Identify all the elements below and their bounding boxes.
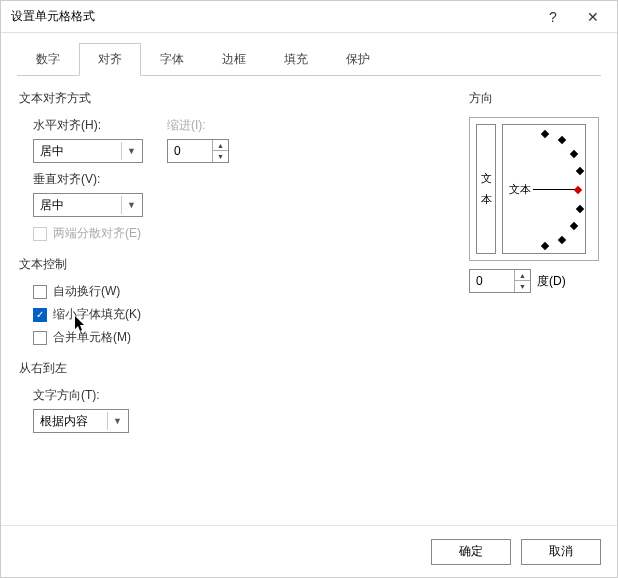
- ok-button[interactable]: 确定: [431, 539, 511, 565]
- indent-down-button[interactable]: ▼: [213, 151, 228, 162]
- shrink-to-fit-row[interactable]: ✓ 缩小字体填充(K): [33, 306, 449, 323]
- horizontal-align-value: 居中: [40, 143, 127, 160]
- tab-strip: 数字 对齐 字体 边框 填充 保护: [1, 33, 617, 76]
- text-control-group: 文本控制 自动换行(W) ✓ 缩小字体填充(K) 合并单元格(M): [19, 256, 449, 346]
- justify-distributed-row: 两端分散对齐(E): [33, 225, 449, 242]
- chevron-down-icon: ▼: [127, 200, 136, 210]
- dialog-title: 设置单元格格式: [11, 8, 533, 25]
- degrees-label: 度(D): [537, 273, 566, 290]
- tab-alignment[interactable]: 对齐: [79, 43, 141, 76]
- text-direction-label: 文字方向(T):: [33, 387, 449, 404]
- merge-cells-checkbox[interactable]: [33, 331, 47, 345]
- orientation-dial-label: 文本: [509, 182, 531, 197]
- tab-border[interactable]: 边框: [203, 43, 265, 76]
- orientation-vertical-button[interactable]: 文 本: [476, 124, 496, 254]
- orientation-angle-marker: [574, 186, 582, 194]
- vertical-align-value: 居中: [40, 197, 127, 214]
- content-area: 文本对齐方式 水平对齐(H): 居中 ▼ 垂直对齐(V):: [1, 76, 617, 525]
- shrink-to-fit-checkbox[interactable]: ✓: [33, 308, 47, 322]
- merge-cells-label: 合并单元格(M): [53, 329, 131, 346]
- text-direction-value: 根据内容: [40, 413, 113, 430]
- horizontal-align-combo[interactable]: 居中 ▼: [33, 139, 143, 163]
- vertical-align-combo[interactable]: 居中 ▼: [33, 193, 143, 217]
- chevron-down-icon: ▼: [113, 416, 122, 426]
- degrees-value: 0: [470, 274, 514, 288]
- close-button[interactable]: ✕: [573, 3, 613, 31]
- orientation-dial[interactable]: 文本: [502, 124, 586, 254]
- orientation-title: 方向: [469, 90, 599, 107]
- tab-fill[interactable]: 填充: [265, 43, 327, 76]
- vertical-align-label: 垂直对齐(V):: [33, 171, 143, 188]
- chevron-down-icon: ▼: [127, 146, 136, 156]
- merge-cells-row[interactable]: 合并单元格(M): [33, 329, 449, 346]
- horizontal-align-label: 水平对齐(H):: [33, 117, 143, 134]
- text-control-title: 文本控制: [19, 256, 449, 273]
- indent-spinner[interactable]: 0 ▲ ▼: [167, 139, 229, 163]
- tab-number[interactable]: 数字: [17, 43, 79, 76]
- wrap-text-label: 自动换行(W): [53, 283, 120, 300]
- indent-value: 0: [168, 144, 212, 158]
- degrees-down-button[interactable]: ▼: [515, 281, 530, 292]
- text-direction-combo[interactable]: 根据内容 ▼: [33, 409, 129, 433]
- titlebar: 设置单元格格式 ? ✕: [1, 1, 617, 33]
- format-cells-dialog: 设置单元格格式 ? ✕ 数字 对齐 字体 边框 填充 保护 文本对齐方式 水平对…: [0, 0, 618, 578]
- cancel-button[interactable]: 取消: [521, 539, 601, 565]
- orientation-box: 文 本 文本: [469, 117, 599, 261]
- wrap-text-row[interactable]: 自动换行(W): [33, 283, 449, 300]
- shrink-to-fit-label: 缩小字体填充(K): [53, 306, 141, 323]
- text-alignment-group: 文本对齐方式 水平对齐(H): 居中 ▼ 垂直对齐(V):: [19, 90, 449, 242]
- text-alignment-title: 文本对齐方式: [19, 90, 449, 107]
- justify-distributed-checkbox: [33, 227, 47, 241]
- dialog-footer: 确定 取消: [1, 525, 617, 577]
- indent-up-button[interactable]: ▲: [213, 140, 228, 151]
- indent-label: 缩进(I):: [167, 117, 229, 134]
- help-button[interactable]: ?: [533, 3, 573, 31]
- right-to-left-title: 从右到左: [19, 360, 449, 377]
- degrees-up-button[interactable]: ▲: [515, 270, 530, 281]
- degrees-spinner[interactable]: 0 ▲ ▼: [469, 269, 531, 293]
- justify-distributed-label: 两端分散对齐(E): [53, 225, 141, 242]
- wrap-text-checkbox[interactable]: [33, 285, 47, 299]
- right-to-left-group: 从右到左 文字方向(T): 根据内容 ▼: [19, 360, 449, 433]
- tab-font[interactable]: 字体: [141, 43, 203, 76]
- tab-protection[interactable]: 保护: [327, 43, 389, 76]
